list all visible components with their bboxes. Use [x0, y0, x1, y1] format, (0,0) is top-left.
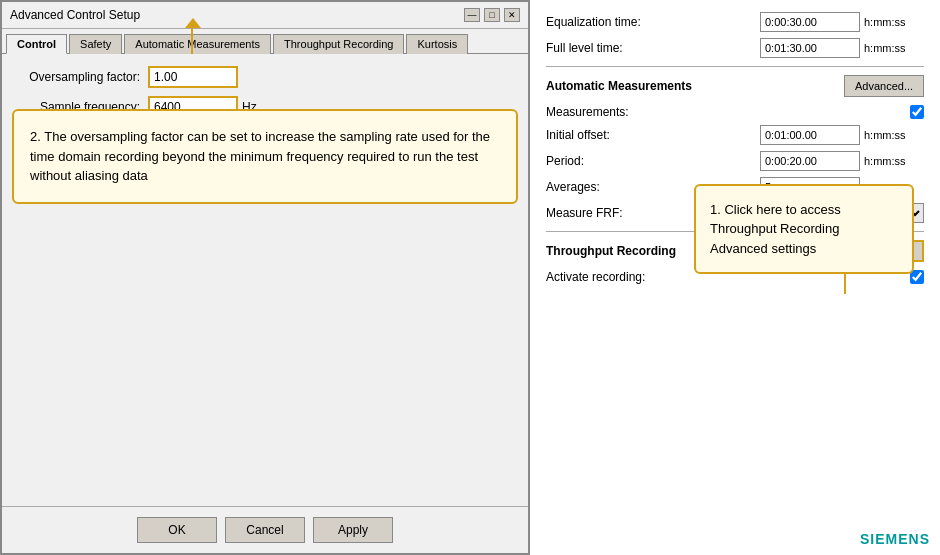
arrow-head: [185, 18, 201, 28]
dialog-title: Advanced Control Setup: [10, 8, 140, 22]
minimize-button[interactable]: —: [464, 8, 480, 22]
initial-offset-row: Initial offset: h:mm:ss: [546, 125, 924, 145]
equalization-time-label: Equalization time:: [546, 15, 760, 29]
oversampling-input[interactable]: [148, 66, 238, 88]
full-level-time-row: Full level time: h:mm:ss: [546, 38, 924, 58]
cancel-button[interactable]: Cancel: [225, 517, 305, 543]
tab-throughput-recording[interactable]: Throughput Recording: [273, 34, 404, 54]
tab-kurtosis[interactable]: Kurtosis: [406, 34, 468, 54]
period-unit: h:mm:ss: [864, 155, 924, 167]
callout-text: 2. The oversampling factor can be set to…: [30, 129, 490, 183]
period-label: Period:: [546, 154, 760, 168]
dialog-footer: OK Cancel Apply: [2, 506, 528, 553]
initial-offset-value[interactable]: [760, 125, 860, 145]
initial-offset-unit: h:mm:ss: [864, 129, 924, 141]
right-callout: 1. Click here to access Throughput Recor…: [694, 184, 914, 275]
siemens-logo: SIEMENS: [860, 531, 930, 547]
oversampling-row: Oversampling factor:: [18, 66, 512, 88]
auto-measurements-advanced-button[interactable]: Advanced...: [844, 75, 924, 97]
auto-measurements-title: Automatic Measurements: [546, 79, 844, 93]
period-value[interactable]: [760, 151, 860, 171]
arrow-shaft: [191, 26, 193, 54]
advanced-control-dialog: Advanced Control Setup — □ ✕ Control Saf…: [0, 0, 530, 555]
full-level-time-value[interactable]: [760, 38, 860, 58]
equalization-time-value[interactable]: [760, 12, 860, 32]
equalization-time-unit: h:mm:ss: [864, 16, 924, 28]
titlebar-controls: — □ ✕: [464, 8, 520, 22]
measurements-checkbox[interactable]: [910, 105, 924, 119]
maximize-button[interactable]: □: [484, 8, 500, 22]
oversampling-label: Oversampling factor:: [18, 70, 148, 84]
tabs-container: Control Safety Automatic Measurements Th…: [2, 29, 528, 54]
dialog-content: Oversampling factor: Sample frequency: H…: [2, 54, 528, 506]
auto-measurements-header: Automatic Measurements Advanced...: [546, 75, 924, 97]
measurements-label: Measurements:: [546, 105, 910, 119]
tab-automatic-measurements[interactable]: Automatic Measurements: [124, 34, 271, 54]
tab-control[interactable]: Control: [6, 34, 67, 54]
measurements-row: Measurements:: [546, 105, 924, 119]
right-panel: Equalization time: h:mm:ss Full level ti…: [530, 0, 940, 555]
equalization-time-row: Equalization time: h:mm:ss: [546, 12, 924, 32]
right-callout-text: 1. Click here to access Throughput Recor…: [710, 202, 841, 256]
initial-offset-label: Initial offset:: [546, 128, 760, 142]
apply-button[interactable]: Apply: [313, 517, 393, 543]
close-button[interactable]: ✕: [504, 8, 520, 22]
callout-box: 2. The oversampling factor can be set to…: [12, 109, 518, 204]
dialog-titlebar: Advanced Control Setup — □ ✕: [2, 2, 528, 29]
full-level-time-label: Full level time:: [546, 41, 760, 55]
ok-button[interactable]: OK: [137, 517, 217, 543]
tab-safety[interactable]: Safety: [69, 34, 122, 54]
divider-1: [546, 66, 924, 67]
period-row: Period: h:mm:ss: [546, 151, 924, 171]
full-level-time-unit: h:mm:ss: [864, 42, 924, 54]
